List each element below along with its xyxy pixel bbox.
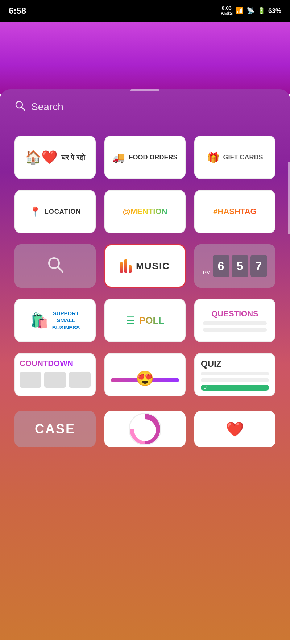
clock-hour: 6 bbox=[213, 255, 229, 277]
search-placeholder[interactable]: Search bbox=[31, 101, 63, 113]
hashtag-label: #HASHTAG bbox=[213, 207, 256, 216]
quiz-option-correct: ✓ bbox=[201, 385, 269, 391]
sticker-grid-bottom: CASE ❤️ bbox=[0, 404, 290, 447]
questions-label: QUESTIONS bbox=[211, 309, 258, 319]
quiz-label: QUIZ bbox=[201, 359, 221, 369]
support-label: SUPPORTSMALLBUSINESS bbox=[52, 310, 80, 331]
location-pin-icon: 📍 bbox=[29, 206, 41, 217]
sticker-grid: 🏠❤️ घर पे रहो 🚚 FOOD ORDERS 🎁 GIFT CARDS… bbox=[0, 128, 290, 404]
food-truck-icon: 🚚 bbox=[112, 151, 125, 163]
sticker-hashtag[interactable]: #HASHTAG bbox=[194, 190, 276, 233]
svg-line-1 bbox=[22, 107, 25, 110]
countdown-box-2 bbox=[44, 372, 66, 388]
sticker-location[interactable]: 📍 LOCATION bbox=[14, 190, 96, 233]
battery-icon: 🔋 bbox=[257, 7, 265, 15]
sticker-quiz[interactable]: QUIZ ✓ bbox=[194, 353, 276, 396]
countdown-box-3 bbox=[69, 372, 91, 388]
slider-track: 😍 bbox=[111, 378, 179, 382]
sticker-ghar-pe-raho[interactable]: 🏠❤️ घर पे रहो bbox=[14, 136, 96, 179]
clock-display: PM 6 5 7 bbox=[203, 255, 267, 277]
svg-line-3 bbox=[58, 267, 63, 272]
mention-label: @MENTION bbox=[123, 207, 167, 216]
location-label: LOCATION bbox=[45, 208, 81, 216]
gift-icon: 🎁 bbox=[207, 151, 220, 163]
questions-bar-2 bbox=[203, 328, 267, 332]
sticker-music[interactable]: MUSIC bbox=[104, 244, 186, 288]
search-bar[interactable]: Search bbox=[14, 100, 276, 113]
sticker-gift-cards[interactable]: 🎁 GIFT CARDS bbox=[194, 136, 276, 179]
sticker-support-small-business[interactable]: 🛍️ SUPPORTSMALLBUSINESS bbox=[14, 299, 96, 342]
sticker-food-orders[interactable]: 🚚 FOOD ORDERS bbox=[104, 136, 186, 179]
countdown-label: COUNTDOWN bbox=[20, 359, 73, 368]
case-label: CASE bbox=[35, 421, 75, 437]
signal-icon: 📡 bbox=[246, 7, 254, 15]
ghar-label: घर पे रहो bbox=[61, 153, 85, 162]
search-gray-icon bbox=[46, 255, 64, 277]
sticker-mention[interactable]: @MENTION bbox=[104, 190, 186, 233]
status-icons: 0.03KB/S 📶 📡 🔋 63% bbox=[221, 5, 281, 17]
music-bars-icon bbox=[120, 259, 132, 273]
battery-percent: 63% bbox=[268, 7, 281, 15]
questions-bar-1 bbox=[203, 321, 267, 325]
poll-label: POLL bbox=[139, 315, 164, 326]
sticker-countdown[interactable]: COUNTDOWN bbox=[14, 353, 96, 396]
quiz-option-1 bbox=[201, 372, 269, 375]
sticker-search-gray[interactable] bbox=[14, 244, 96, 288]
quiz-checkmark: ✓ bbox=[204, 385, 208, 391]
sticker-round-partial[interactable] bbox=[104, 411, 186, 447]
music-label: MUSIC bbox=[136, 261, 170, 272]
status-bar: 6:58 0.03KB/S 📶 📡 🔋 63% bbox=[0, 0, 290, 22]
poll-lines-icon: ☰ bbox=[126, 315, 135, 327]
clock-min-ones: 7 bbox=[250, 255, 267, 277]
sticker-picker-sheet: Search 🏠❤️ घर पे रहो 🚚 FOOD ORDERS 🎁 GIF… bbox=[0, 89, 290, 640]
slider-emoji: 😍 bbox=[136, 370, 154, 387]
ghar-icon: 🏠❤️ bbox=[25, 150, 58, 165]
search-container: Search bbox=[0, 100, 290, 121]
clock-pm: PM bbox=[203, 270, 211, 275]
quiz-option-2 bbox=[201, 378, 269, 382]
data-speed: 0.03KB/S bbox=[221, 5, 233, 17]
inner-circle bbox=[134, 419, 156, 441]
countdown-box-1 bbox=[20, 372, 41, 388]
wifi-icon: 📶 bbox=[236, 7, 244, 15]
gift-cards-label: GIFT CARDS bbox=[223, 154, 263, 161]
shopping-bag-icon: 🛍️ bbox=[30, 312, 49, 329]
conic-circle bbox=[129, 413, 161, 445]
sticker-case-partial[interactable]: CASE bbox=[14, 411, 96, 447]
sticker-questions[interactable]: QUESTIONS bbox=[194, 299, 276, 342]
drag-handle[interactable] bbox=[130, 89, 160, 91]
sticker-clock[interactable]: PM 6 5 7 bbox=[194, 244, 276, 288]
food-orders-label: FOOD ORDERS bbox=[129, 154, 177, 161]
clock-min-tens: 5 bbox=[232, 255, 248, 277]
background-top bbox=[0, 22, 290, 94]
countdown-boxes bbox=[20, 372, 91, 388]
search-icon bbox=[14, 100, 25, 113]
scrollbar[interactable] bbox=[288, 162, 290, 234]
heart-icon: ❤️ bbox=[226, 421, 244, 438]
sticker-emoji-slider[interactable]: 😍 bbox=[104, 353, 186, 396]
sticker-heart-partial[interactable]: ❤️ bbox=[194, 411, 276, 447]
status-time: 6:58 bbox=[9, 6, 26, 16]
sticker-poll[interactable]: ☰ POLL bbox=[104, 299, 186, 342]
